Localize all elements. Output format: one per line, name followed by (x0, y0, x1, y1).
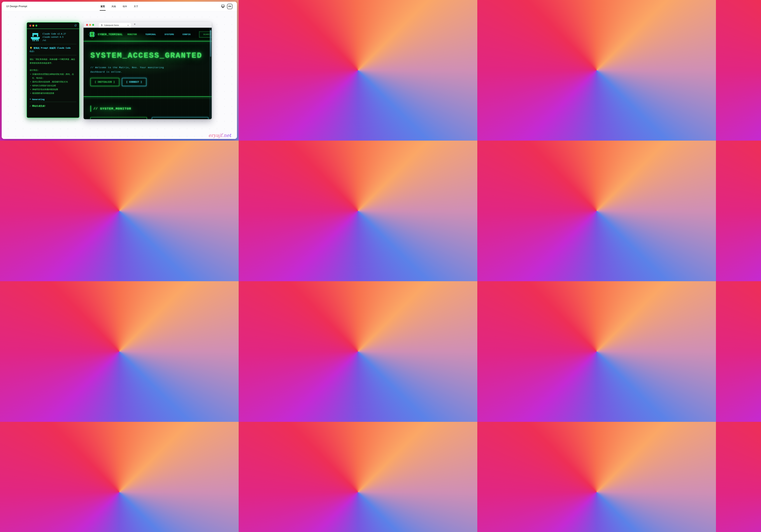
features-list: 深邃的黑色背景配合鲜艳的霓虹色彩（青色、品红、电光蓝） 高对比度的光影效果，模拟… (30, 72, 77, 95)
terminal-traffic-lights (29, 25, 37, 27)
monitor-panel-green (90, 117, 147, 119)
hero-glow (84, 41, 212, 84)
claude-code-logo-icon (31, 32, 40, 41)
page-card: UI Design Prompt 首页 风格 组件 关于 EN (2, 2, 237, 139)
nav-item-styles[interactable]: 风格 (111, 4, 116, 9)
copy-prompt-tip: 💡 复制此 Prompt 粘贴到 Claude Code CLI: (30, 46, 77, 53)
hero-subtitle: // Welcome to the Matrix, Neo. Your moni… (90, 65, 170, 74)
new-tab-icon[interactable]: + (134, 22, 136, 26)
feature-item: 高对比度的光影效果，模拟城市霓虹灯光 (30, 80, 77, 84)
feature-item: 深邃的黑色背景配合鲜艳的霓虹色彩（青色、品红、电光蓝） (30, 72, 77, 80)
browser-tabbar: Cyberpunk Demo ✕ + (84, 22, 212, 28)
monitor-panel-cyan (152, 117, 208, 119)
zoom-light-icon[interactable] (35, 25, 37, 27)
close-light-icon[interactable] (86, 24, 88, 26)
scrollbar-thumb[interactable] (210, 30, 211, 57)
system-monitor-heading: // SYSTEM_MONITOR (90, 106, 131, 112)
terminal-body: Claude Code v2.0.27 claude-sonnet-4.5 /u… (27, 29, 79, 107)
close-light-icon[interactable] (29, 25, 31, 27)
cyberpunk-site-viewport: C CYBER_TERMINAL MONITOR TERMINAL SYSTEM… (84, 28, 212, 119)
nav-item-about[interactable]: 关于 (134, 4, 139, 9)
claude-version-info: Claude Code v2.0.27 claude-sonnet-4.5 /u… (42, 32, 66, 42)
browser-tab[interactable]: Cyberpunk Demo ✕ (99, 23, 131, 28)
logo-letter: C (90, 32, 94, 37)
fingerprint-icon (101, 24, 103, 27)
section-divider-faint (84, 98, 212, 99)
site-navbar: C CYBER_TERMINAL MONITOR TERMINAL SYSTEM… (84, 28, 212, 41)
hero-title: SYSTEM_ACCESS_GRANTED (90, 51, 202, 60)
minimize-light-icon[interactable] (89, 24, 91, 26)
site-nav-config[interactable]: CONFIG (183, 33, 191, 35)
minimize-light-icon[interactable] (32, 25, 34, 27)
feature-item: 模拟雨夜城市的视觉质感 (30, 91, 77, 95)
claude-terminal-window: Claude Code v2.0.27 claude-sonnet-4.5 /u… (27, 22, 80, 118)
page-title: UI Design Prompt (6, 5, 27, 8)
hero-buttons: [ INITIALIZE ] [ CONNECT ] (90, 78, 146, 86)
main-content: Claude Code v2.0.27 claude-sonnet-4.5 /u… (2, 11, 237, 139)
monitor-panels (90, 117, 212, 119)
tab-close-icon[interactable]: ✕ (127, 24, 129, 27)
tab-title: Cyberpunk Demo (104, 24, 126, 26)
terminal-titlebar (27, 23, 79, 29)
header-nav: 首页 风格 组件 关于 (100, 4, 139, 9)
section-divider (84, 96, 212, 97)
initialize-button[interactable]: [ INITIALIZE ] (90, 78, 119, 86)
feature-item: 神秘而富有未来感的视觉氛围 (30, 88, 77, 91)
monitor-icon[interactable] (221, 5, 225, 8)
browser-window: Cyberpunk Demo ✕ + C CYBER_TERMINAL MON (84, 22, 212, 119)
claude-logo-row: Claude Code v2.0.27 claude-sonnet-4.5 /u… (31, 32, 77, 42)
nav-item-components[interactable]: 组件 (122, 4, 127, 9)
features-title: 设计特点: (30, 68, 77, 72)
site-watermark: eryajf.net (208, 133, 231, 138)
divider (30, 55, 77, 55)
browser-traffic-lights (86, 24, 94, 26)
zoom-light-icon[interactable] (92, 24, 94, 26)
app-header: UI Design Prompt 首页 风格 组件 关于 EN (2, 2, 237, 11)
brand-glow (94, 28, 179, 44)
heading-accent-bar (90, 106, 91, 112)
status-done: ✓ 网站生成完成! (30, 105, 77, 107)
status-generating: * Generating (30, 98, 77, 100)
header-actions: EN (221, 4, 232, 9)
feature-item: 锐利的几何线条与发光边框 (30, 84, 77, 88)
divider (30, 102, 77, 102)
section-title: // SYSTEM_MONITOR (93, 107, 131, 110)
language-toggle-button[interactable]: EN (227, 4, 232, 9)
nav-item-home[interactable]: 首页 (100, 4, 105, 9)
prompt-text: 请以「霓虹黑色电影」风格创建一个网页界面，融合赛博朋克和黑色电影美学。 (30, 57, 77, 65)
refresh-icon[interactable] (74, 24, 77, 27)
site-logo[interactable]: C (89, 31, 95, 38)
connect-button[interactable]: [ CONNECT ] (122, 78, 146, 86)
